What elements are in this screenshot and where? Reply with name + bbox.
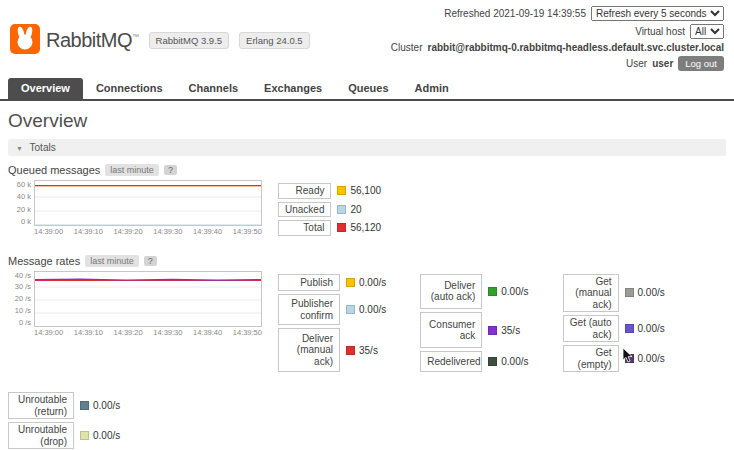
y-axis: 40 /s30 /s20 /s10 /s0 /s [8,271,34,327]
x-axis: 14:39:0014:39:1014:39:2014:39:3014:39:40… [34,328,262,337]
main-nav: Overview Connections Channels Exchanges … [0,78,734,101]
x-tick-label: 14:39:00 [34,227,63,236]
y-tick-label: 30 /s [15,282,31,291]
legend-label: Deliver (auto ack) [420,274,482,310]
x-tick-label: 14:39:50 [233,328,262,337]
legend-label: Consumer ack [420,312,482,348]
legend-value: 56,120 [350,222,381,233]
tab-queues[interactable]: Queues [335,78,401,99]
legend-row: Total 56,120 [278,220,381,236]
message-rates-heading: Message rates last minute ? [8,255,726,267]
legend-value: 0.00/s [93,400,120,411]
legend-row: Get (empty) 0.00/s [563,345,665,372]
x-tick-label: 14:39:20 [114,227,143,236]
x-tick-label: 14:39:40 [193,328,222,337]
legend-label: Ready [278,183,331,199]
legend-row: Get (manual ack) 0.00/s [563,274,665,313]
legend-color-swatch [337,205,346,214]
help-icon[interactable]: ? [164,165,177,175]
tab-admin[interactable]: Admin [402,78,462,99]
legend-color-swatch [337,223,346,232]
y-tick-label: 10 /s [15,306,31,315]
rabbitmq-version-badge: RabbitMQ 3.9.5 [149,32,230,49]
x-axis: 14:39:0014:39:1014:39:2014:39:3014:39:40… [34,227,262,236]
virtual-host-select[interactable]: All [690,24,724,39]
cluster-name: rabbit@rabbitmq-0.rabbitmq-headless.defa… [428,42,725,53]
user-name: user [652,58,673,69]
queued-messages-title: Queued messages [8,164,100,176]
erlang-version-badge: Erlang 24.0.5 [239,32,310,49]
extra-rates-area: Unroutable (return) 0.00/s Unroutable (d… [8,389,726,450]
rates-legend-col2: Deliver (auto ack) 0.00/s Consumer ack 3… [420,271,528,376]
legend-value: 35/s [359,345,378,356]
legend-value: 0.00/s [359,277,386,288]
queued-messages-chart: 60 k40 k20 k0 k 14:39:0014:39:1014:39:20… [8,180,262,236]
x-tick-label: 14:39:10 [74,328,103,337]
tab-channels[interactable]: Channels [176,78,252,99]
legend-color-swatch [488,287,497,296]
extra-rates-legend: Unroutable (return) 0.00/s Unroutable (d… [8,389,120,450]
legend-label: Publish [278,274,340,292]
y-tick-label: 20 k [17,205,31,214]
refresh-interval-select[interactable]: Refresh every 5 seconds [591,6,724,21]
y-tick-label: 0 k [21,217,31,226]
plot-area: 14:39:0014:39:1014:39:2014:39:3014:39:40… [34,271,262,337]
time-range-badge: last minute [85,255,139,267]
legend-value: 0.00/s [501,356,528,367]
legend-label: Total [278,220,331,236]
message-rates-chart-row: 40 /s30 /s20 /s10 /s0 /s 14:39:0014:39:1… [8,271,726,376]
legend-color-swatch [337,186,346,195]
logout-button[interactable]: Log out [678,56,724,71]
brand[interactable]: RabbitMQ™ RabbitMQ 3.9.5 Erlang 24.0.5 [10,6,310,74]
message-rates-plot [34,271,262,327]
legend-row: Unacked 20 [278,202,381,218]
header-status-area: Refreshed 2021-09-19 14:39:55 Refresh ev… [391,6,724,74]
message-rates-chart: 40 /s30 /s20 /s10 /s0 /s 14:39:0014:39:1… [8,271,262,337]
app-header: RabbitMQ™ RabbitMQ 3.9.5 Erlang 24.0.5 R… [0,0,734,78]
legend-label: Unroutable (drop) [8,422,74,449]
virtual-host-label: Virtual host [635,26,685,37]
legend-value: 0.00/s [501,286,528,297]
x-tick-label: 14:39:20 [114,328,143,337]
legend-color-swatch [346,346,355,355]
mouse-cursor [622,348,634,366]
legend-row: Publisher confirm 0.00/s [278,294,386,325]
totals-section-toggle[interactable]: ▼ Totals [8,139,726,156]
legend-row: Deliver (manual ack) 35/s [278,328,386,372]
y-tick-label: 60 k [17,180,31,189]
legend-color-swatch [346,278,355,287]
y-tick-label: 0 /s [19,318,31,327]
tab-connections[interactable]: Connections [83,78,176,99]
legend-value: 56,100 [350,185,381,196]
legend-label: Get (empty) [563,345,619,372]
legend-label: Unacked [278,202,331,218]
legend-value: 35/s [501,325,520,336]
x-tick-label: 14:39:40 [193,227,222,236]
x-tick-label: 14:39:00 [34,328,63,337]
legend-label: Redelivered [420,351,482,372]
rabbitmq-logo-icon [10,24,40,56]
legend-row: Publish 0.00/s [278,274,386,292]
queued-messages-heading: Queued messages last minute ? [8,164,726,176]
legend-color-swatch [625,324,634,333]
legend-row: Unroutable (return) 0.00/s [8,392,120,419]
legend-label: Get (auto ack) [563,315,619,342]
legend-row: Consumer ack 35/s [420,312,528,348]
page-title: Overview [8,110,726,132]
legend-color-swatch [80,401,89,410]
legend-value: 0.00/s [638,353,665,364]
x-tick-label: 14:39:50 [233,227,262,236]
legend-row: Unroutable (drop) 0.00/s [8,422,120,449]
tab-exchanges[interactable]: Exchanges [251,78,335,99]
legend-row: Redelivered 0.00/s [420,351,528,372]
rates-legend-col1: Publish 0.00/s Publisher confirm 0.00/s … [278,271,386,376]
x-tick-label: 14:39:30 [153,227,182,236]
tab-overview[interactable]: Overview [8,78,83,99]
refreshed-timestamp: Refreshed 2021-09-19 14:39:55 [444,8,586,19]
legend-label: Get (manual ack) [563,274,619,313]
legend-row: Get (auto ack) 0.00/s [563,315,665,342]
help-icon[interactable]: ? [144,256,157,266]
rates-legend-col3: Get (manual ack) 0.00/s Get (auto ack) 0… [563,271,665,376]
product-name: RabbitMQ™ [46,29,139,52]
rates-legend-area: Publish 0.00/s Publisher confirm 0.00/s … [278,271,665,376]
